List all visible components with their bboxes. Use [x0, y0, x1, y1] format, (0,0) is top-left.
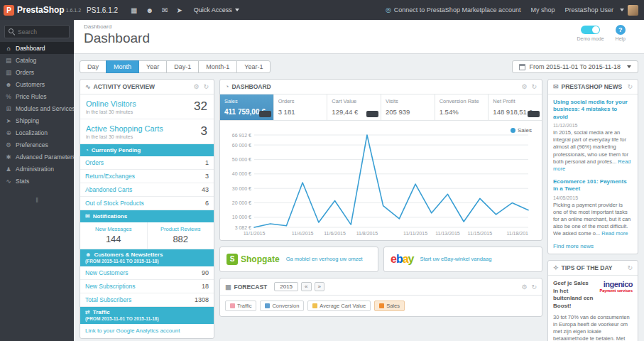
prestashop-admin-dashboard: P PrestaShop 1.6.1.2 PS1.6.1.2 ▦ ☻ ✉ ➤ Q… [0, 0, 644, 341]
sidebar-item-modules[interactable]: ⊞ Modules and Services [0, 102, 74, 114]
panel-tools: ↻ [627, 83, 633, 90]
forecast-next-button[interactable]: » [315, 282, 324, 291]
ebay-link[interactable]: Start uw eBay-winkel vandaag [420, 256, 492, 263]
pending-orders-link[interactable]: Orders [85, 159, 104, 166]
refresh-icon[interactable]: ↻ [531, 83, 537, 90]
kpi-orders[interactable]: Orders 3 181 [274, 94, 328, 120]
chart-legend[interactable]: Sales [511, 127, 532, 134]
range-year-1-button[interactable]: Year-1 [236, 60, 271, 73]
refresh-icon[interactable]: ↻ [203, 83, 209, 90]
kpi-visits[interactable]: Visits 205 939 [381, 94, 435, 120]
brand-name[interactable]: PrestaShop [17, 5, 65, 15]
user-menu[interactable]: PrestaShop User [564, 5, 638, 16]
my-shop-link[interactable]: My shop [530, 6, 555, 13]
range-day-1-button[interactable]: Day-1 [166, 60, 199, 73]
legend-label: Sales [518, 127, 532, 134]
sidebar-item-dashboard[interactable]: ⌂ Dashboard [0, 42, 74, 54]
search-input[interactable] [18, 28, 66, 36]
range-day-button[interactable]: Day [80, 60, 107, 73]
new-subscriptions-link[interactable]: New Subscriptions [85, 283, 135, 290]
refresh-icon[interactable]: ↻ [627, 83, 633, 90]
header-controls: Demo mode ? Help [577, 24, 626, 41]
forecast-legend-label: Average Cart Value [320, 303, 366, 309]
active-carts-row: Active Shopping Carts in the last 30 min… [80, 119, 214, 144]
sidebar-item-customers[interactable]: ☻ Customers [0, 78, 74, 90]
total-subscribers-link[interactable]: Total Subscribers [85, 296, 131, 303]
home-icon: ⌂ [5, 45, 12, 52]
kpi-cart-value[interactable]: Cart Value 129,44 € [327, 94, 381, 120]
sidebar-item-administration[interactable]: ♟ Administration [0, 163, 74, 175]
range-month-1-button[interactable]: Month-1 [198, 60, 237, 73]
sidebar-item-localization[interactable]: ⊕ Localization [0, 126, 74, 139]
forecast-legend-traffic[interactable]: Traffic [225, 301, 256, 311]
news-article-link[interactable]: Using social media for your business: 4 … [553, 99, 633, 121]
news-article-link[interactable]: Ecommerce 101: Payments in a Tweet [553, 178, 633, 193]
sidebar-item-advanced-parameters[interactable]: ✱ Advanced Parameters [0, 151, 74, 163]
total-subscribers-row: Total Subscribers 1308 [80, 293, 214, 307]
ebay-letter: b [396, 253, 403, 265]
svg-text:66 912 €: 66 912 € [232, 133, 251, 138]
help-button[interactable]: ? [616, 25, 626, 35]
panel-tools: ⚙ ↻ [521, 283, 537, 291]
forecast-icon: ▦ [225, 283, 231, 291]
refresh-icon[interactable]: ↻ [627, 264, 633, 271]
new-messages-label: New Messages [82, 226, 146, 232]
modules-icon: ⊞ [5, 105, 12, 112]
out-of-stock-link[interactable]: Out of Stock Products [85, 200, 144, 207]
abandoned-carts-link[interactable]: Abandoned Carts [85, 186, 132, 193]
shop-version-label[interactable]: PS1.6.1.2 [87, 6, 118, 14]
ebay-letter: y [408, 253, 414, 265]
configure-icon[interactable]: ⚙ [193, 83, 199, 90]
forecast-legend-sales[interactable]: Sales [374, 301, 405, 311]
google-analytics-link[interactable]: Link to your Google Analytics account [80, 324, 214, 338]
forecast-year-select[interactable]: 2015 [274, 282, 298, 291]
sidebar-item-shipping[interactable]: ➤ Shipping [0, 114, 74, 126]
sidebar-nav: ⌂ Dashboard ▤ Catalog ▥ Orders ☻ Custome… [0, 42, 74, 187]
find-more-news-link[interactable]: Find more news [553, 243, 594, 249]
kpi-trend-badge [259, 111, 271, 117]
bell-icon: ✉ [85, 213, 90, 220]
configure-icon[interactable]: ⚙ [521, 83, 527, 90]
sidebar-item-stats[interactable]: ∿ Stats [0, 175, 74, 187]
range-month-button[interactable]: Month [106, 60, 139, 73]
sidebar-item-label: Price Rules [16, 93, 46, 100]
customer-icon[interactable]: ☻ [141, 6, 158, 14]
messages-icon[interactable]: ✉ [158, 6, 172, 14]
configure-icon[interactable]: ⚙ [521, 283, 527, 291]
shop-front-icon[interactable]: ➤ [172, 6, 186, 14]
sidebar-item-orders[interactable]: ▥ Orders [0, 66, 74, 78]
sidebar-item-catalog[interactable]: ▤ Catalog [0, 54, 74, 66]
online-visitors-link[interactable]: Online Visitors [86, 99, 208, 108]
cart-icon[interactable]: ▦ [126, 6, 141, 14]
forecast-legend-average-cart-value[interactable]: Average Cart Value [307, 301, 371, 311]
shopgate-link[interactable]: Ga mobiel en verhoog uw omzet [286, 256, 363, 263]
kpi-sales[interactable]: Sales 411 759,00 € [220, 94, 274, 120]
sidebar-search[interactable] [4, 25, 70, 38]
read-more-link[interactable]: Read more [601, 230, 628, 237]
range-year-button[interactable]: Year [138, 60, 167, 73]
demo-mode-toggle[interactable] [581, 26, 600, 34]
ingenico-tagline: Payment services [600, 288, 633, 293]
product-reviews-cell[interactable]: Product Reviews 882 [147, 222, 214, 249]
prestashop-logo-icon[interactable]: P [4, 5, 14, 16]
sidebar-item-preferences[interactable]: ⚙ Preferences [0, 139, 74, 151]
tips-text: 30 tot 70% van de consumenten in Europa … [553, 314, 633, 341]
new-messages-cell[interactable]: New Messages 144 [80, 222, 147, 249]
refresh-icon[interactable]: ↻ [531, 283, 537, 291]
kpi-value: 1.54% [440, 108, 484, 116]
date-range-picker[interactable]: From 2015-11-01 To 2015-11-18 [512, 60, 638, 73]
active-carts-link[interactable]: Active Shopping Carts [86, 124, 208, 133]
stats-icon: ∿ [5, 178, 12, 185]
main-content: Dashboard Dashboard Demo mode ? Help Day… [74, 20, 644, 341]
forecast-prev-button[interactable]: « [301, 282, 311, 291]
help-label: Help [616, 36, 626, 41]
forecast-legend-conversion[interactable]: Conversion [260, 301, 304, 311]
new-customers-link[interactable]: New Customers [85, 269, 128, 276]
marketplace-link[interactable]: ◎ Connect to PrestaShop Marketplace acco… [386, 6, 520, 13]
kpi-net-profit[interactable]: Net Profit 148 918,51 € [489, 94, 542, 120]
sidebar-collapse-icon[interactable]: ‖ [0, 197, 74, 204]
quick-access-menu[interactable]: Quick Access [187, 6, 246, 13]
returns-link[interactable]: Return/Exchanges [85, 173, 135, 180]
sidebar-item-price-rules[interactable]: % Price Rules [0, 90, 74, 102]
kpi-conversion-rate[interactable]: Conversion Rate 1.54% [435, 94, 489, 120]
